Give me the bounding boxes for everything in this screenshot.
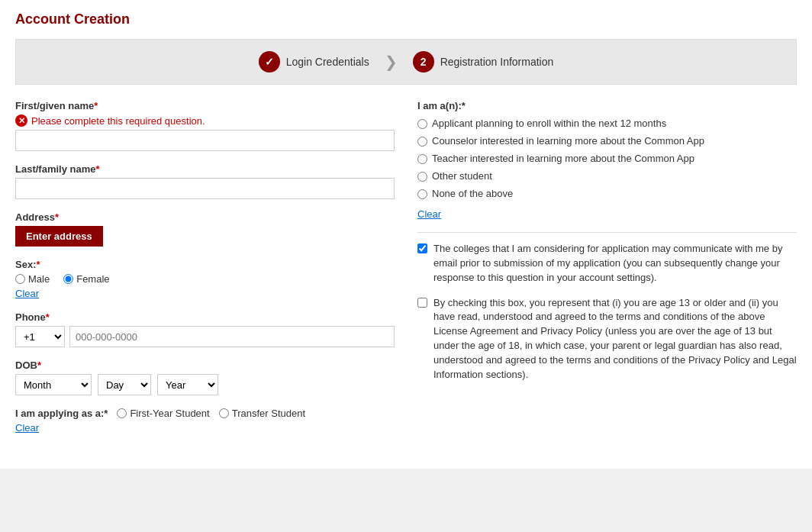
clear-sex-link[interactable]: Clear	[15, 288, 39, 299]
applying-transfer-option[interactable]: Transfer Student	[219, 408, 305, 419]
form-body: First/given name* ✕ Please complete this…	[15, 100, 797, 446]
stepper-bar: ✓ Login Credentials ❯ 2 Registration Inf…	[15, 39, 797, 85]
i-am-group: I am a(n):* Applicant planning to enroll…	[417, 100, 797, 220]
first-name-input[interactable]	[15, 130, 395, 151]
checkbox-1-label[interactable]: The colleges that I am considering for a…	[433, 242, 797, 285]
first-name-error: ✕ Please complete this required question…	[15, 114, 395, 127]
i-am-radio-1[interactable]	[417, 119, 427, 129]
address-label: Address*	[15, 211, 395, 223]
dob-day-select[interactable]: Day	[98, 374, 151, 395]
dob-group: DOB* Month JanuaryFebruaryMarch AprilMay…	[15, 360, 395, 395]
divider	[417, 232, 797, 233]
phone-row: +1	[15, 326, 395, 347]
applying-first-year-option[interactable]: First-Year Student	[117, 408, 209, 419]
applying-first-year-radio[interactable]	[117, 408, 127, 418]
sex-male-option[interactable]: Male	[15, 273, 50, 285]
sex-male-radio[interactable]	[15, 274, 25, 284]
step-1: ✓ Login Credentials	[259, 51, 369, 73]
page-title: Account Creation	[15, 11, 797, 27]
step-1-label: Login Credentials	[286, 56, 369, 68]
phone-label: Phone*	[15, 311, 395, 323]
sex-label: Sex:*	[15, 259, 395, 270]
address-group: Address* Enter address	[15, 211, 395, 247]
checkbox-1-group: The colleges that I am considering for a…	[417, 242, 797, 285]
applying-label: I am applying as a:*	[15, 408, 108, 419]
sex-radio-group: Male Female	[15, 273, 395, 285]
applying-group: I am applying as a:* First-Year Student …	[15, 408, 395, 434]
last-name-input[interactable]	[15, 178, 395, 199]
applying-transfer-radio[interactable]	[219, 408, 229, 418]
step-2: 2 Registration Information	[413, 51, 554, 73]
i-am-option-4[interactable]: Other student	[417, 170, 797, 182]
i-am-radio-5[interactable]	[417, 189, 427, 199]
step-2-label: Registration Information	[440, 56, 554, 68]
phone-number-input[interactable]	[69, 326, 395, 347]
i-am-option-1[interactable]: Applicant planning to enroll within the …	[417, 118, 797, 129]
checkbox-2-group: By checking this box, you represent that…	[417, 296, 797, 382]
form-left: First/given name* ✕ Please complete this…	[15, 100, 395, 446]
i-am-radio-3[interactable]	[417, 154, 427, 164]
page-container: Account Creation ✓ Login Credentials ❯ 2…	[0, 0, 812, 469]
clear-iam-link[interactable]: Clear	[417, 208, 441, 220]
last-name-group: Last/family name*	[15, 163, 395, 199]
step-1-circle: ✓	[259, 51, 280, 73]
sex-group: Sex:* Male Female Clear	[15, 259, 395, 299]
step-2-number: 2	[420, 56, 427, 68]
dob-month-select[interactable]: Month JanuaryFebruaryMarch AprilMayJune …	[15, 374, 92, 395]
applying-row: I am applying as a:* First-Year Student …	[15, 408, 395, 419]
stepper-arrow: ❯	[385, 53, 398, 71]
first-name-label: First/given name*	[15, 100, 395, 111]
clear-applying-link[interactable]: Clear	[15, 422, 39, 434]
step-1-check-icon: ✓	[265, 56, 274, 68]
dob-year-select[interactable]: Year	[157, 374, 218, 395]
i-am-option-3[interactable]: Teacher interested in learning more abou…	[417, 153, 797, 164]
i-am-radio-2[interactable]	[417, 137, 427, 147]
dob-label: DOB*	[15, 360, 395, 371]
last-name-label: Last/family name*	[15, 163, 395, 175]
step-2-circle: 2	[413, 51, 434, 73]
form-right: I am a(n):* Applicant planning to enroll…	[417, 100, 797, 446]
phone-country-select[interactable]: +1	[15, 326, 65, 347]
dob-row: Month JanuaryFebruaryMarch AprilMayJune …	[15, 374, 395, 395]
checkbox-2-label[interactable]: By checking this box, you represent that…	[433, 296, 797, 382]
sex-female-option[interactable]: Female	[63, 273, 109, 285]
error-icon: ✕	[15, 114, 27, 127]
i-am-option-5[interactable]: None of the above	[417, 188, 797, 199]
phone-group: Phone* +1	[15, 311, 395, 347]
first-name-group: First/given name* ✕ Please complete this…	[15, 100, 395, 151]
i-am-label: I am a(n):*	[417, 100, 797, 111]
checkbox-2-input[interactable]	[417, 298, 427, 308]
i-am-radio-4[interactable]	[417, 172, 427, 182]
sex-female-radio[interactable]	[63, 274, 73, 284]
enter-address-button[interactable]: Enter address	[15, 226, 103, 247]
i-am-option-2[interactable]: Counselor interested in learning more ab…	[417, 135, 797, 147]
checkbox-1-input[interactable]	[417, 243, 427, 253]
error-text: Please complete this required question.	[31, 115, 205, 127]
